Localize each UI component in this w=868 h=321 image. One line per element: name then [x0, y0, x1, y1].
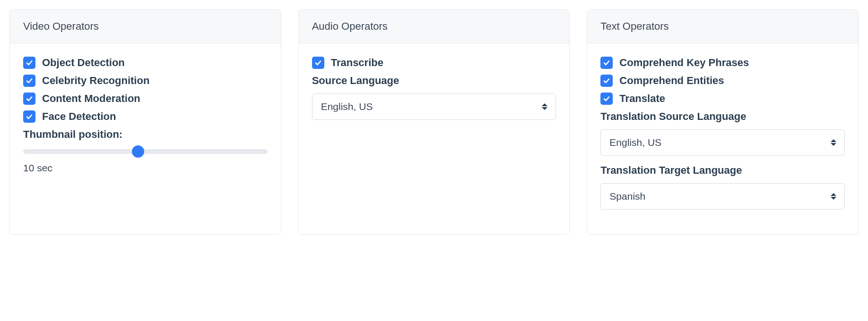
operators-container: Video Operators Object Detection Celebri…: [9, 9, 859, 235]
comprehend-entities-row: Comprehend Entities: [600, 75, 845, 87]
translation-source-select[interactable]: English, US: [600, 129, 845, 156]
comprehend-entities-label: Comprehend Entities: [619, 75, 724, 87]
translation-source-value: English, US: [609, 137, 661, 148]
thumbnail-slider-value: 10 sec: [23, 162, 268, 174]
source-language-select[interactable]: English, US: [312, 93, 556, 120]
audio-card-body: Transcribe Source Language English, US: [299, 43, 570, 234]
translate-row: Translate: [600, 93, 845, 105]
check-icon: [26, 95, 33, 102]
thumbnail-slider-wrap: [23, 149, 268, 154]
transcribe-checkbox[interactable]: [312, 57, 324, 69]
translate-checkbox[interactable]: [600, 93, 613, 105]
celebrity-recognition-checkbox[interactable]: [23, 75, 35, 87]
content-moderation-label: Content Moderation: [42, 93, 140, 105]
check-icon: [603, 95, 610, 102]
face-detection-label: Face Detection: [42, 110, 116, 123]
check-icon: [26, 59, 33, 67]
source-language-label: Source Language: [312, 75, 556, 87]
transcribe-row: Transcribe: [312, 57, 556, 69]
check-icon: [26, 77, 33, 84]
object-detection-label: Object Detection: [42, 57, 125, 69]
translation-source-select-wrap: English, US: [600, 129, 845, 156]
thumbnail-position-label: Thumbnail position:: [23, 128, 268, 141]
audio-operators-card: Audio Operators Transcribe Source Langua…: [298, 9, 570, 235]
video-card-title: Video Operators: [10, 10, 281, 43]
text-operators-card: Text Operators Comprehend Key Phrases Co…: [587, 9, 859, 235]
text-card-title: Text Operators: [587, 10, 858, 43]
text-card-body: Comprehend Key Phrases Comprehend Entiti…: [587, 43, 858, 234]
translate-label: Translate: [619, 93, 665, 105]
source-language-value: English, US: [321, 101, 373, 112]
translation-target-select[interactable]: Spanish: [600, 183, 845, 210]
comprehend-key-phrases-checkbox[interactable]: [600, 57, 613, 69]
translation-source-label: Translation Source Language: [600, 110, 845, 123]
video-card-body: Object Detection Celebrity Recognition C…: [10, 43, 281, 234]
object-detection-checkbox[interactable]: [23, 57, 35, 69]
check-icon: [314, 59, 322, 67]
celebrity-recognition-label: Celebrity Recognition: [42, 75, 149, 87]
comprehend-key-phrases-row: Comprehend Key Phrases: [600, 57, 845, 69]
check-icon: [26, 113, 33, 120]
content-moderation-checkbox[interactable]: [23, 93, 35, 105]
audio-card-title: Audio Operators: [299, 10, 570, 43]
thumbnail-slider-thumb[interactable]: [132, 145, 144, 158]
translation-target-select-wrap: Spanish: [600, 183, 845, 210]
check-icon: [603, 59, 610, 67]
celebrity-recognition-row: Celebrity Recognition: [23, 75, 268, 87]
face-detection-row: Face Detection: [23, 110, 268, 123]
object-detection-row: Object Detection: [23, 57, 268, 69]
transcribe-label: Transcribe: [331, 57, 383, 69]
thumbnail-slider-track[interactable]: [23, 149, 268, 154]
translation-target-value: Spanish: [609, 191, 645, 202]
face-detection-checkbox[interactable]: [23, 110, 35, 123]
source-language-select-wrap: English, US: [312, 93, 556, 120]
check-icon: [603, 77, 610, 84]
translation-target-label: Translation Target Language: [600, 164, 845, 177]
video-operators-card: Video Operators Object Detection Celebri…: [9, 9, 281, 235]
comprehend-entities-checkbox[interactable]: [600, 75, 613, 87]
content-moderation-row: Content Moderation: [23, 93, 268, 105]
comprehend-key-phrases-label: Comprehend Key Phrases: [619, 57, 749, 69]
